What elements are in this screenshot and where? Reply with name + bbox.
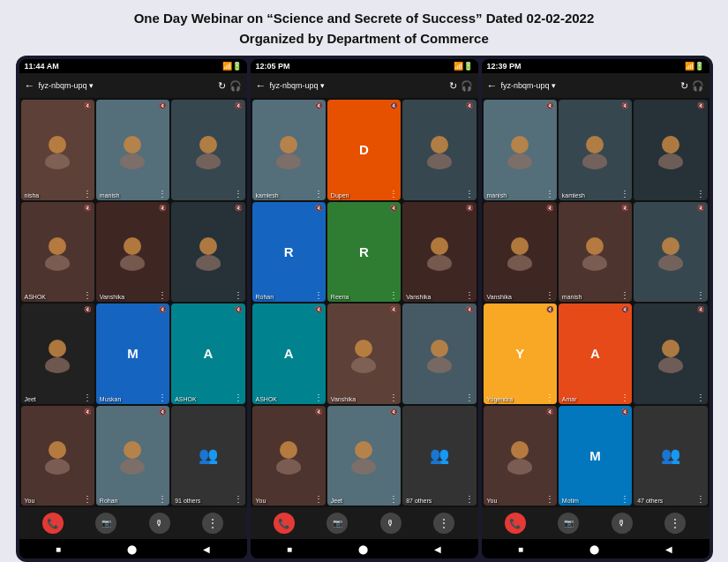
video-cell[interactable]: Y🔇Yogendra⋮ (484, 303, 557, 404)
video-cell[interactable]: 🔇You⋮ (484, 406, 557, 506)
more-options-icon[interactable]: ⋮ (465, 189, 474, 199)
more-options-icon[interactable]: ⋮ (234, 494, 243, 504)
more-options-icon[interactable]: ⋮ (83, 494, 92, 504)
video-toggle-button[interactable]: 📷 (326, 513, 348, 534)
more-options-icon[interactable]: ⋮ (620, 189, 629, 199)
back-arrow[interactable]: ← (487, 79, 498, 92)
video-cell[interactable]: 🔇manish⋮ (559, 202, 632, 303)
mic-toggle-button[interactable]: 🎙 (612, 513, 633, 534)
more-options-icon[interactable]: ⋮ (83, 393, 92, 402)
video-cell[interactable]: M🔇Muskan⋮ (96, 303, 169, 404)
more-options-icon[interactable]: ⋮ (83, 189, 92, 199)
video-cell[interactable]: 🔇Jeet⋮ (327, 406, 401, 506)
headset-icon[interactable]: 🎧 (229, 80, 242, 92)
mic-toggle-button[interactable]: 🎙 (149, 513, 170, 534)
back-icon[interactable]: ◀ (203, 544, 210, 554)
video-cell[interactable]: 🔇⋮ (402, 303, 476, 404)
more-options-icon[interactable]: ⋮ (389, 189, 398, 199)
more-options-icon[interactable]: ⋮ (696, 494, 705, 504)
video-cell[interactable]: 🔇Rohan⋮ (96, 406, 169, 506)
home-icon[interactable]: ■ (518, 544, 523, 554)
more-options-icon[interactable]: ⋮ (696, 393, 705, 402)
video-cell[interactable]: 🔇Vanshika⋮ (96, 202, 169, 303)
more-options-icon[interactable]: ⋮ (234, 189, 243, 199)
video-cell[interactable]: A🔇Amar⋮ (559, 303, 632, 404)
more-options-icon[interactable]: ⋮ (696, 290, 705, 300)
refresh-icon[interactable]: ↻ (218, 80, 226, 92)
video-cell[interactable]: A🔇ASHOK⋮ (252, 303, 326, 404)
more-options-icon[interactable]: ⋮ (158, 290, 167, 300)
back-icon[interactable]: ◀ (665, 544, 672, 554)
mic-toggle-button[interactable]: 🎙 (380, 513, 402, 534)
circle-icon[interactable]: ⬤ (589, 544, 599, 554)
more-options-icon[interactable]: ⋮ (545, 393, 554, 402)
video-cell[interactable]: 🔇You⋮ (21, 406, 94, 506)
more-options-icon[interactable]: ⋮ (545, 189, 554, 199)
more-options-icon[interactable]: ⋮ (83, 290, 92, 300)
video-cell[interactable]: R🔇Reena⋮ (327, 202, 401, 303)
video-cell[interactable]: 🔇manish⋮ (96, 100, 169, 200)
more-options-icon[interactable]: ⋮ (234, 393, 243, 402)
more-options-icon[interactable]: ⋮ (620, 494, 629, 504)
video-cell[interactable]: 🔇Vanshika⋮ (327, 303, 401, 404)
more-options-icon[interactable]: ⋮ (620, 393, 629, 402)
video-cell[interactable]: 🔇⋮ (171, 202, 244, 303)
more-options-button[interactable]: ⋮ (202, 513, 223, 534)
video-cell[interactable]: R🔇Rohan⋮ (252, 202, 326, 303)
more-options-icon[interactable]: ⋮ (389, 393, 398, 402)
back-arrow[interactable]: ← (256, 79, 266, 92)
more-options-button[interactable]: ⋮ (664, 513, 686, 534)
refresh-icon[interactable]: ↻ (449, 80, 457, 92)
end-call-button[interactable]: 📞 (42, 513, 64, 534)
more-options-icon[interactable]: ⋮ (158, 494, 167, 504)
more-options-icon[interactable]: ⋮ (389, 290, 398, 300)
more-options-icon[interactable]: ⋮ (158, 189, 167, 199)
video-cell[interactable]: 🔇⋮ (634, 100, 707, 200)
video-cell[interactable]: 🔇ASHOK⋮ (21, 202, 94, 303)
more-options-icon[interactable]: ⋮ (158, 393, 167, 402)
end-call-button[interactable]: 📞 (505, 513, 526, 534)
video-cell[interactable]: 🔇kamlesh⋮ (252, 100, 326, 200)
more-options-icon[interactable]: ⋮ (545, 290, 554, 300)
more-options-icon[interactable]: ⋮ (314, 290, 323, 300)
more-options-icon[interactable]: ⋮ (314, 189, 323, 199)
circle-icon[interactable]: ⬤ (127, 544, 137, 554)
more-options-icon[interactable]: ⋮ (314, 393, 323, 402)
home-icon[interactable]: ■ (287, 544, 292, 554)
more-options-icon[interactable]: ⋮ (465, 494, 474, 504)
video-cell[interactable]: A🔇ASHOK⋮ (171, 303, 244, 404)
video-cell[interactable]: 👥47 others⋮ (634, 406, 707, 506)
video-toggle-button[interactable]: 📷 (558, 513, 579, 534)
more-options-icon[interactable]: ⋮ (620, 290, 629, 300)
video-cell[interactable]: 🔇manish⋮ (484, 100, 557, 200)
back-icon[interactable]: ◀ (434, 544, 441, 554)
video-cell[interactable]: 🔇Vanshika⋮ (402, 202, 476, 303)
more-options-icon[interactable]: ⋮ (465, 290, 474, 300)
refresh-icon[interactable]: ↻ (680, 80, 688, 92)
more-options-icon[interactable]: ⋮ (465, 393, 474, 402)
video-cell[interactable]: 🔇Jeet⋮ (21, 303, 94, 404)
more-options-icon[interactable]: ⋮ (696, 189, 705, 199)
more-options-icon[interactable]: ⋮ (545, 494, 554, 504)
video-cell[interactable]: 🔇nisha⋮ (21, 100, 94, 200)
more-options-icon[interactable]: ⋮ (314, 494, 323, 504)
end-call-button[interactable]: 📞 (274, 513, 295, 534)
more-options-icon[interactable]: ⋮ (234, 290, 243, 300)
more-options-icon[interactable]: ⋮ (389, 494, 398, 504)
video-cell[interactable]: M🔇Motim⋮ (559, 406, 632, 506)
video-cell[interactable]: 🔇You⋮ (252, 406, 326, 506)
video-cell[interactable]: 👥87 others⋮ (402, 406, 476, 506)
video-cell[interactable]: 🔇Vanshika⋮ (484, 202, 557, 303)
video-cell[interactable]: D🔇Dupen⋮ (327, 100, 401, 200)
back-arrow[interactable]: ← (25, 79, 35, 92)
video-cell[interactable]: 🔇⋮ (634, 202, 707, 303)
video-cell[interactable]: 👥91 others⋮ (171, 406, 244, 506)
video-cell[interactable]: 🔇⋮ (402, 100, 476, 200)
home-icon[interactable]: ■ (56, 544, 61, 554)
circle-icon[interactable]: ⬤ (358, 544, 368, 554)
video-cell[interactable]: 🔇kamlesh⋮ (559, 100, 632, 200)
headset-icon[interactable]: 🎧 (461, 80, 473, 92)
video-toggle-button[interactable]: 📷 (95, 513, 116, 534)
video-cell[interactable]: 🔇⋮ (171, 100, 244, 200)
video-cell[interactable]: 🔇⋮ (634, 303, 707, 404)
